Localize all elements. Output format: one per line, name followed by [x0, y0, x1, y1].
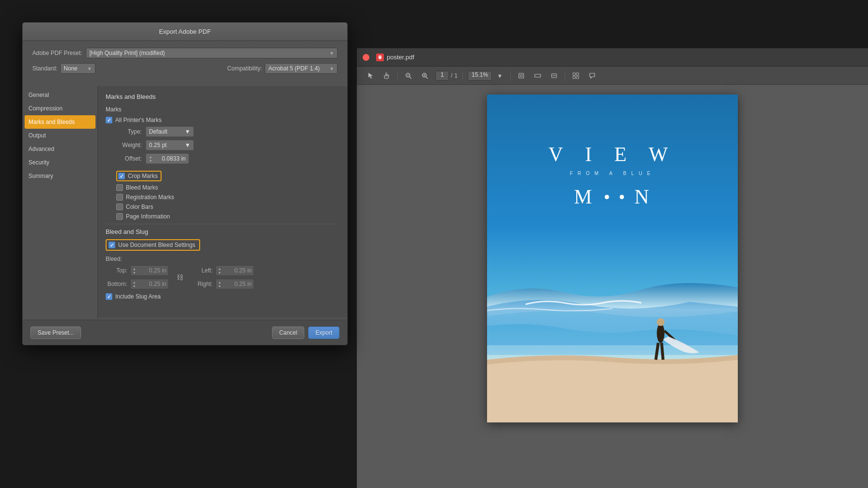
sidebar: General Compression Marks and Bleeds Out…: [23, 86, 97, 318]
dialog-titlebar: Export Adobe PDF: [23, 23, 347, 41]
type-row: Type: Default ▼: [115, 126, 194, 137]
spin-down[interactable]: ▼: [149, 159, 152, 163]
compatibility-dropdown[interactable]: Acrobat 5 (PDF 1.4) ▼: [265, 63, 338, 74]
bleed-bottom-value: 0.25 in: [149, 281, 166, 287]
indented-marks: Crop Marks Bleed Marks Registration Mark…: [116, 171, 339, 220]
offset-input[interactable]: ▲ ▼ 0.0833 in: [146, 153, 189, 164]
bleed-left-input[interactable]: ▲ ▼ 0.25 in: [216, 265, 254, 276]
bleed-bottom-row: Bottom: ▲ ▼ 0.25 in: [106, 279, 169, 289]
export-button[interactable]: Export: [308, 326, 339, 339]
type-label: Type:: [115, 128, 142, 135]
page-info-checkbox[interactable]: [116, 213, 123, 220]
type-value: Default: [149, 128, 167, 135]
poster-title-moon: M N: [487, 185, 738, 208]
pdf-page: View From a Blue Moon / Version 3 / 6-18: [487, 95, 738, 422]
comment-button[interactable]: [586, 70, 598, 81]
include-slug-label: Include Slug Area: [115, 293, 161, 300]
sidebar-item-compression[interactable]: Compression: [23, 102, 97, 115]
svg-point-10: [657, 324, 665, 343]
bleed-left-row: Left: ▲ ▼ 0.25 in: [191, 265, 254, 276]
bleed-bottom-spin[interactable]: ▲ ▼: [133, 281, 136, 288]
poster-info-text: View From a Blue Moon / Version 3 / 6-18: [489, 96, 569, 101]
svg-rect-6: [576, 73, 579, 75]
type-dropdown[interactable]: Default ▼: [146, 126, 194, 137]
zoom-dropdown-button[interactable]: ▾: [494, 70, 505, 81]
type-weight-offset-controls: Type: Default ▼ Weight: 0.25 pt ▼: [115, 126, 194, 167]
bleed-right-spin[interactable]: ▲ ▼: [218, 281, 221, 288]
pdf-content-area: View From a Blue Moon / Version 3 / 6-18: [357, 85, 868, 488]
preset-value: [High Quality Print] (modified): [89, 50, 165, 56]
svg-rect-7: [573, 76, 575, 79]
zoom-out-button[interactable]: [403, 70, 414, 81]
compatibility-value: Acrobat 5 (PDF 1.4): [268, 65, 320, 72]
page-separator: /: [451, 72, 452, 79]
bleed-top-spin[interactable]: ▲ ▼: [133, 267, 136, 274]
all-printers-marks-checkbox[interactable]: [106, 117, 112, 123]
toolbar-separator-3: [510, 71, 511, 81]
actual-size-button[interactable]: [548, 70, 560, 81]
sidebar-item-summary[interactable]: Summary: [23, 169, 97, 183]
sidebar-item-marks-bleeds[interactable]: Marks and Bleeds: [25, 115, 95, 129]
all-printers-marks-label: All Printer's Marks: [115, 117, 162, 123]
hand-tool-button[interactable]: [381, 70, 393, 81]
export-dialog: Export Adobe PDF Adobe PDF Preset: [High…: [22, 22, 348, 345]
bleed-top-input[interactable]: ▲ ▼ 0.25 in: [130, 265, 169, 276]
poster-subtitle: FROM A BLUE: [487, 171, 738, 176]
include-slug-checkbox[interactable]: [106, 293, 112, 300]
weight-value: 0.25 pt: [149, 142, 167, 149]
zoom-area: 15.1% ▾: [468, 70, 505, 81]
bleed-bottom-input[interactable]: ▲ ▼ 0.25 in: [130, 279, 169, 289]
sidebar-item-output[interactable]: Output: [23, 129, 97, 142]
marks-subsection-title: Marks: [106, 106, 339, 113]
select-tool-button[interactable]: [365, 70, 376, 81]
weight-row: Weight: 0.25 pt ▼: [115, 140, 194, 150]
preset-dropdown[interactable]: [High Quality Print] (modified) ▼: [86, 48, 338, 58]
cancel-button[interactable]: Cancel: [272, 326, 304, 339]
thumbnail-view-button[interactable]: [570, 70, 582, 81]
spin-up[interactable]: ▲: [149, 155, 152, 159]
svg-rect-2: [519, 73, 524, 78]
include-slug-row: Include Slug Area: [106, 293, 339, 300]
toolbar-separator: [397, 71, 398, 81]
compatibility-label: Compatibility:: [227, 65, 262, 72]
type-dropdown-arrow: ▼: [185, 128, 190, 135]
bleed-top-value: 0.25 in: [149, 267, 166, 274]
use-doc-bleed-highlight: Use Document Bleed Settings: [106, 239, 200, 251]
zoom-in-button[interactable]: [419, 70, 431, 81]
fit-page-button[interactable]: [515, 70, 527, 81]
weight-dropdown[interactable]: 0.25 pt ▼: [146, 140, 194, 150]
poster-title-view: V I E W: [487, 143, 738, 166]
bleed-label: Bleed:: [106, 256, 339, 262]
bleed-right-input[interactable]: ▲ ▼ 0.25 in: [216, 279, 254, 289]
page-total: 1: [454, 72, 458, 79]
fit-width-button[interactable]: [532, 70, 543, 81]
sidebar-item-general[interactable]: General: [23, 88, 97, 102]
use-doc-bleed-checkbox[interactable]: [108, 242, 115, 248]
link-icon: ⛓: [176, 273, 183, 281]
offset-spin[interactable]: ▲ ▼: [149, 155, 152, 163]
sidebar-item-security[interactable]: Security: [23, 156, 97, 169]
save-preset-button[interactable]: Save Preset...: [30, 326, 81, 339]
pdf-toolbar: 1 / 1 15.1% ▾: [357, 67, 868, 85]
standard-group: Standard: None ▼: [32, 63, 95, 74]
svg-point-11: [657, 318, 665, 326]
sidebar-item-advanced[interactable]: Advanced: [23, 142, 97, 156]
svg-rect-3: [535, 74, 541, 77]
zoom-input[interactable]: 15.1%: [468, 71, 492, 81]
bleed-marks-label: Bleed Marks: [126, 184, 158, 191]
color-bars-checkbox[interactable]: [116, 203, 123, 210]
pdf-close-button[interactable]: ×: [363, 54, 369, 61]
crop-marks-highlight: Crop Marks: [116, 171, 162, 181]
bleed-top-label: Top:: [106, 267, 127, 274]
bleed-left-label: Left:: [191, 267, 213, 274]
bleed-marks-checkbox[interactable]: [116, 184, 123, 191]
standard-value: None: [64, 65, 78, 72]
crop-marks-checkbox[interactable]: [118, 173, 125, 179]
dialog-body: General Compression Marks and Bleeds Out…: [23, 86, 347, 318]
compat-arrow: ▼: [329, 66, 334, 71]
registration-marks-checkbox[interactable]: [116, 194, 123, 201]
bleed-left-spin[interactable]: ▲ ▼: [218, 267, 221, 274]
dialog-title: Export Adobe PDF: [159, 28, 211, 35]
standard-dropdown[interactable]: None ▼: [60, 63, 95, 74]
page-current-input[interactable]: 1: [435, 71, 449, 81]
